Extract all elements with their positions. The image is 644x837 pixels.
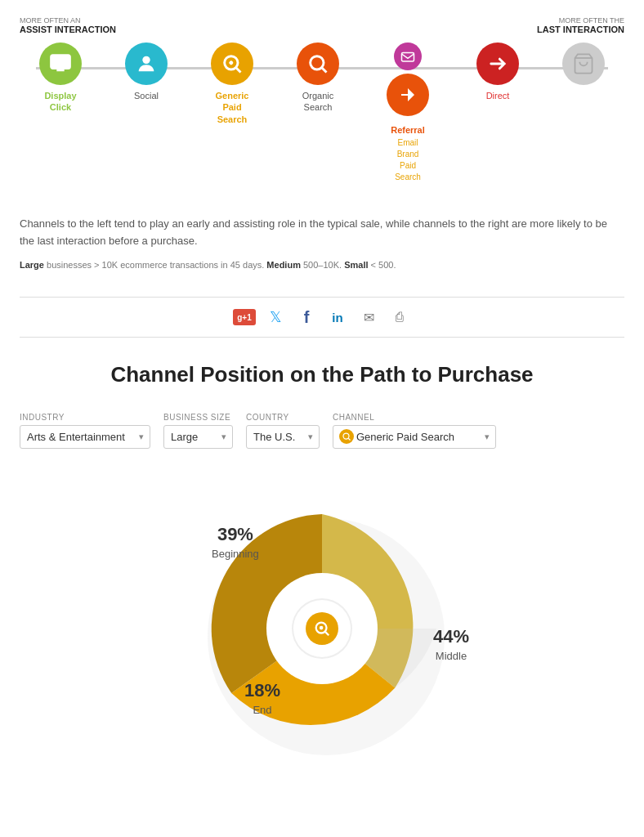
node-referral-group[interactable]: Referral EmailBrandPaidSearch — [371, 43, 445, 183]
twitter-share-button[interactable]: 𝕏 — [264, 309, 287, 325]
direct-label: Direct — [486, 90, 510, 101]
channel-filter-group: CHANNEL Generic Paid Search Display Clic… — [333, 413, 496, 449]
middle-text: Middle — [436, 650, 467, 662]
beginning-label: 39% Beginning — [212, 522, 259, 562]
timeline-nodes: DisplayClick Social GenericPaidSearch — [20, 43, 624, 183]
channel-center-icon — [306, 612, 338, 645]
description-legend: Large businesses > 10K ecommerce transac… — [20, 258, 624, 273]
node-display[interactable]: DisplayClick — [28, 43, 93, 114]
node-organic[interactable]: OrganicSearch — [285, 43, 351, 114]
referral-label: Referral — [391, 124, 425, 136]
assist-left-label: ASSIST INTERACTION — [20, 25, 116, 34]
beginning-pct: 39% — [212, 522, 259, 548]
end-text: End — [253, 704, 271, 716]
social-circle — [125, 43, 168, 85]
center-icon — [293, 600, 351, 657]
top-section: MORE OFTEN AN ASSIST INTERACTION MORE OF… — [0, 0, 644, 208]
assist-right-label: LAST INTERACTION — [537, 25, 624, 34]
generic-paid-circle — [211, 43, 253, 85]
svg-point-16 — [320, 625, 324, 629]
end-label: 18% End — [244, 678, 280, 718]
node-generic-paid[interactable]: GenericPaidSearch — [199, 43, 265, 125]
node-social[interactable]: Social — [114, 43, 179, 101]
country-select-wrapper: The U.S. UK Canada — [246, 425, 320, 449]
channel-select[interactable]: Generic Paid Search Display Click Social… — [333, 425, 496, 449]
assist-right: MORE OFTEN THE LAST INTERACTION — [537, 16, 624, 34]
business-size-select-wrapper: Large Medium Small — [163, 425, 233, 449]
organic-label: OrganicSearch — [302, 90, 334, 114]
industry-filter-group: INDUSTRY Arts & Entertainment Finance Re… — [20, 413, 150, 449]
svg-point-3 — [54, 60, 57, 63]
social-label: Social — [134, 90, 159, 101]
generic-paid-label: GenericPaidSearch — [216, 90, 249, 125]
business-size-label: BUSINESS SIZE — [163, 413, 233, 422]
svg-line-6 — [236, 68, 240, 72]
timeline: DisplayClick Social GenericPaidSearch — [20, 43, 624, 183]
print-share-button[interactable]: ⎙ — [388, 309, 411, 325]
pie-chart-container: 39% Beginning 44% Middle 18% End — [20, 473, 624, 784]
country-filter-group: COUNTRY The U.S. UK Canada — [246, 413, 320, 449]
email-circle — [394, 43, 422, 70]
assist-left: MORE OFTEN AN ASSIST INTERACTION — [20, 16, 116, 34]
facebook-share-button[interactable]: f — [295, 309, 318, 325]
country-label: COUNTRY — [246, 413, 320, 422]
svg-line-15 — [325, 632, 329, 635]
business-size-filter-group: BUSINESS SIZE Large Medium Small — [163, 413, 233, 449]
pie-chart: 39% Beginning 44% Middle 18% End — [167, 473, 477, 784]
beginning-text: Beginning — [212, 548, 259, 560]
node-cart — [551, 43, 616, 90]
end-pct: 18% — [244, 678, 280, 704]
organic-circle — [297, 43, 339, 85]
country-select[interactable]: The U.S. UK Canada — [246, 425, 320, 449]
social-share: g+1 𝕏 f in ✉ ⎙ — [20, 298, 624, 338]
description-main: Channels to the left tend to play an ear… — [20, 216, 624, 250]
channel-label: CHANNEL — [333, 413, 496, 422]
display-label: DisplayClick — [44, 90, 76, 114]
industry-select-wrapper: Arts & Entertainment Finance Retail Trav… — [20, 425, 150, 449]
business-size-select[interactable]: Large Medium Small — [163, 425, 233, 449]
email-share-button[interactable]: ✉ — [357, 309, 380, 325]
assist-left-pre: MORE OFTEN AN — [20, 16, 116, 25]
assist-labels: MORE OFTEN AN ASSIST INTERACTION MORE OF… — [20, 16, 624, 34]
chart-title: Channel Position on the Path to Purchase — [20, 362, 624, 387]
svg-line-9 — [322, 68, 326, 72]
industry-label: INDUSTRY — [20, 413, 150, 422]
display-circle — [39, 43, 82, 85]
description: Channels to the left tend to play an ear… — [0, 208, 644, 297]
svg-point-4 — [142, 56, 150, 64]
referral-sublabels: EmailBrandPaidSearch — [395, 137, 421, 183]
middle-pct: 44% — [433, 624, 469, 650]
assist-right-pre: MORE OFTEN THE — [537, 16, 624, 25]
middle-label: 44% Middle — [433, 624, 469, 665]
svg-point-8 — [311, 56, 324, 69]
node-direct[interactable]: Direct — [465, 43, 530, 101]
referral-circle — [387, 74, 429, 116]
filters: INDUSTRY Arts & Entertainment Finance Re… — [20, 413, 624, 449]
linkedin-share-button[interactable]: in — [326, 309, 349, 325]
cart-circle — [562, 43, 605, 85]
google-share-button[interactable]: g+1 — [233, 309, 256, 325]
svg-rect-10 — [402, 53, 414, 62]
channel-select-wrapper: Generic Paid Search Display Click Social… — [333, 425, 496, 449]
chart-section: Channel Position on the Path to Purchase… — [0, 338, 644, 799]
direct-circle — [476, 43, 519, 85]
industry-select[interactable]: Arts & Entertainment Finance Retail Trav… — [20, 425, 150, 449]
